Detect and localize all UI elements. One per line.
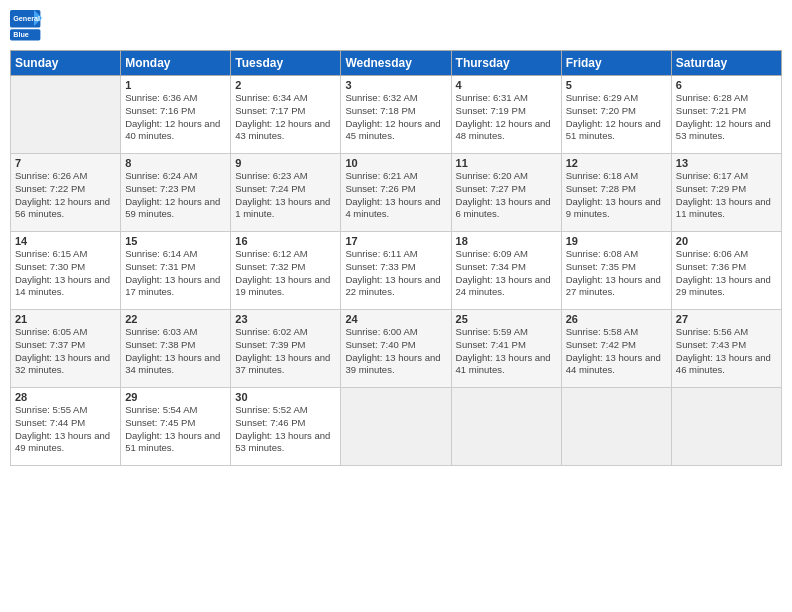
day-cell: 2Sunrise: 6:34 AMSunset: 7:17 PMDaylight… (231, 76, 341, 154)
logo: General Blue (10, 10, 46, 42)
day-info: Sunrise: 5:56 AMSunset: 7:43 PMDaylight:… (676, 326, 777, 377)
day-info: Sunrise: 6:09 AMSunset: 7:34 PMDaylight:… (456, 248, 557, 299)
day-info: Sunrise: 6:21 AMSunset: 7:26 PMDaylight:… (345, 170, 446, 221)
day-cell: 6Sunrise: 6:28 AMSunset: 7:21 PMDaylight… (671, 76, 781, 154)
week-row-2: 7Sunrise: 6:26 AMSunset: 7:22 PMDaylight… (11, 154, 782, 232)
day-info: Sunrise: 5:55 AMSunset: 7:44 PMDaylight:… (15, 404, 116, 455)
page: General Blue Sunday Monday Tuesday Wedne… (0, 0, 792, 612)
day-cell: 7Sunrise: 6:26 AMSunset: 7:22 PMDaylight… (11, 154, 121, 232)
day-number: 16 (235, 235, 336, 247)
day-cell (341, 388, 451, 466)
day-info: Sunrise: 6:00 AMSunset: 7:40 PMDaylight:… (345, 326, 446, 377)
day-cell: 18Sunrise: 6:09 AMSunset: 7:34 PMDayligh… (451, 232, 561, 310)
logo-icon: General Blue (10, 10, 42, 42)
day-cell: 1Sunrise: 6:36 AMSunset: 7:16 PMDaylight… (121, 76, 231, 154)
day-info: Sunrise: 6:02 AMSunset: 7:39 PMDaylight:… (235, 326, 336, 377)
day-cell: 14Sunrise: 6:15 AMSunset: 7:30 PMDayligh… (11, 232, 121, 310)
day-cell (671, 388, 781, 466)
day-info: Sunrise: 6:28 AMSunset: 7:21 PMDaylight:… (676, 92, 777, 143)
day-number: 30 (235, 391, 336, 403)
calendar-table: Sunday Monday Tuesday Wednesday Thursday… (10, 50, 782, 466)
day-cell: 25Sunrise: 5:59 AMSunset: 7:41 PMDayligh… (451, 310, 561, 388)
header-row: Sunday Monday Tuesday Wednesday Thursday… (11, 51, 782, 76)
day-number: 5 (566, 79, 667, 91)
day-cell: 15Sunrise: 6:14 AMSunset: 7:31 PMDayligh… (121, 232, 231, 310)
day-cell: 28Sunrise: 5:55 AMSunset: 7:44 PMDayligh… (11, 388, 121, 466)
day-info: Sunrise: 6:03 AMSunset: 7:38 PMDaylight:… (125, 326, 226, 377)
day-number: 20 (676, 235, 777, 247)
day-cell: 11Sunrise: 6:20 AMSunset: 7:27 PMDayligh… (451, 154, 561, 232)
week-row-3: 14Sunrise: 6:15 AMSunset: 7:30 PMDayligh… (11, 232, 782, 310)
day-number: 8 (125, 157, 226, 169)
day-cell (451, 388, 561, 466)
day-info: Sunrise: 6:36 AMSunset: 7:16 PMDaylight:… (125, 92, 226, 143)
col-monday: Monday (121, 51, 231, 76)
day-number: 27 (676, 313, 777, 325)
day-info: Sunrise: 5:58 AMSunset: 7:42 PMDaylight:… (566, 326, 667, 377)
col-sunday: Sunday (11, 51, 121, 76)
day-number: 10 (345, 157, 446, 169)
day-info: Sunrise: 6:15 AMSunset: 7:30 PMDaylight:… (15, 248, 116, 299)
day-info: Sunrise: 6:24 AMSunset: 7:23 PMDaylight:… (125, 170, 226, 221)
day-number: 3 (345, 79, 446, 91)
day-info: Sunrise: 6:17 AMSunset: 7:29 PMDaylight:… (676, 170, 777, 221)
day-number: 21 (15, 313, 116, 325)
day-info: Sunrise: 5:52 AMSunset: 7:46 PMDaylight:… (235, 404, 336, 455)
day-info: Sunrise: 6:06 AMSunset: 7:36 PMDaylight:… (676, 248, 777, 299)
day-number: 15 (125, 235, 226, 247)
day-number: 19 (566, 235, 667, 247)
col-tuesday: Tuesday (231, 51, 341, 76)
day-info: Sunrise: 5:59 AMSunset: 7:41 PMDaylight:… (456, 326, 557, 377)
col-friday: Friday (561, 51, 671, 76)
day-info: Sunrise: 6:11 AMSunset: 7:33 PMDaylight:… (345, 248, 446, 299)
day-number: 4 (456, 79, 557, 91)
day-cell: 12Sunrise: 6:18 AMSunset: 7:28 PMDayligh… (561, 154, 671, 232)
header: General Blue (10, 10, 782, 42)
day-number: 26 (566, 313, 667, 325)
day-cell: 19Sunrise: 6:08 AMSunset: 7:35 PMDayligh… (561, 232, 671, 310)
day-cell: 29Sunrise: 5:54 AMSunset: 7:45 PMDayligh… (121, 388, 231, 466)
day-cell: 9Sunrise: 6:23 AMSunset: 7:24 PMDaylight… (231, 154, 341, 232)
day-cell: 27Sunrise: 5:56 AMSunset: 7:43 PMDayligh… (671, 310, 781, 388)
day-number: 29 (125, 391, 226, 403)
week-row-5: 28Sunrise: 5:55 AMSunset: 7:44 PMDayligh… (11, 388, 782, 466)
day-info: Sunrise: 6:23 AMSunset: 7:24 PMDaylight:… (235, 170, 336, 221)
day-cell: 24Sunrise: 6:00 AMSunset: 7:40 PMDayligh… (341, 310, 451, 388)
day-cell: 26Sunrise: 5:58 AMSunset: 7:42 PMDayligh… (561, 310, 671, 388)
day-number: 18 (456, 235, 557, 247)
day-info: Sunrise: 6:26 AMSunset: 7:22 PMDaylight:… (15, 170, 116, 221)
day-cell (11, 76, 121, 154)
day-number: 1 (125, 79, 226, 91)
week-row-1: 1Sunrise: 6:36 AMSunset: 7:16 PMDaylight… (11, 76, 782, 154)
day-cell: 4Sunrise: 6:31 AMSunset: 7:19 PMDaylight… (451, 76, 561, 154)
col-thursday: Thursday (451, 51, 561, 76)
day-cell: 30Sunrise: 5:52 AMSunset: 7:46 PMDayligh… (231, 388, 341, 466)
day-cell: 23Sunrise: 6:02 AMSunset: 7:39 PMDayligh… (231, 310, 341, 388)
day-number: 6 (676, 79, 777, 91)
day-cell: 22Sunrise: 6:03 AMSunset: 7:38 PMDayligh… (121, 310, 231, 388)
day-number: 17 (345, 235, 446, 247)
day-number: 23 (235, 313, 336, 325)
day-cell: 3Sunrise: 6:32 AMSunset: 7:18 PMDaylight… (341, 76, 451, 154)
day-number: 14 (15, 235, 116, 247)
day-info: Sunrise: 5:54 AMSunset: 7:45 PMDaylight:… (125, 404, 226, 455)
day-cell: 17Sunrise: 6:11 AMSunset: 7:33 PMDayligh… (341, 232, 451, 310)
svg-text:Blue: Blue (13, 30, 29, 39)
day-info: Sunrise: 6:32 AMSunset: 7:18 PMDaylight:… (345, 92, 446, 143)
day-cell: 5Sunrise: 6:29 AMSunset: 7:20 PMDaylight… (561, 76, 671, 154)
day-number: 24 (345, 313, 446, 325)
day-cell: 10Sunrise: 6:21 AMSunset: 7:26 PMDayligh… (341, 154, 451, 232)
day-number: 9 (235, 157, 336, 169)
day-cell: 21Sunrise: 6:05 AMSunset: 7:37 PMDayligh… (11, 310, 121, 388)
day-number: 7 (15, 157, 116, 169)
col-wednesday: Wednesday (341, 51, 451, 76)
day-info: Sunrise: 6:29 AMSunset: 7:20 PMDaylight:… (566, 92, 667, 143)
day-number: 28 (15, 391, 116, 403)
day-info: Sunrise: 6:31 AMSunset: 7:19 PMDaylight:… (456, 92, 557, 143)
svg-text:General: General (13, 14, 40, 23)
week-row-4: 21Sunrise: 6:05 AMSunset: 7:37 PMDayligh… (11, 310, 782, 388)
day-info: Sunrise: 6:12 AMSunset: 7:32 PMDaylight:… (235, 248, 336, 299)
day-cell: 8Sunrise: 6:24 AMSunset: 7:23 PMDaylight… (121, 154, 231, 232)
day-cell: 13Sunrise: 6:17 AMSunset: 7:29 PMDayligh… (671, 154, 781, 232)
day-info: Sunrise: 6:08 AMSunset: 7:35 PMDaylight:… (566, 248, 667, 299)
